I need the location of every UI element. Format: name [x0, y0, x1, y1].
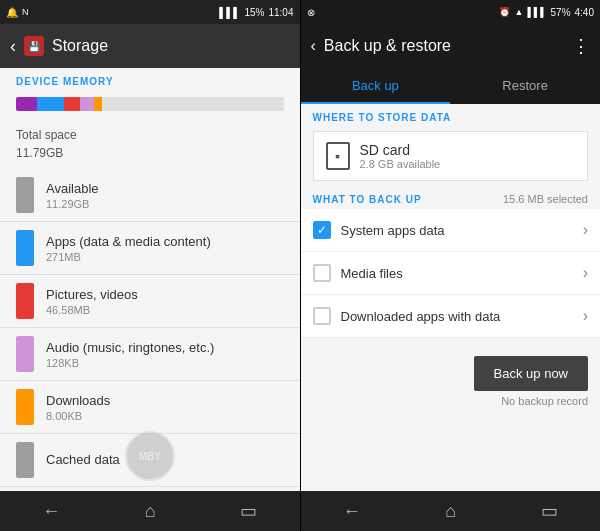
- total-space-value: 11.79GB: [16, 146, 63, 160]
- notification-icon: 🔔: [6, 7, 18, 18]
- segment-empty: [102, 97, 284, 111]
- segment-red: [64, 97, 80, 111]
- backup-option-downloaded[interactable]: Downloaded apps with data ›: [301, 295, 601, 338]
- total-space: Total space 11.79GB: [0, 121, 300, 169]
- back-nav-right[interactable]: ←: [343, 501, 361, 522]
- page-title-right: Back up & restore: [324, 37, 564, 55]
- segment-lilac: [80, 97, 93, 111]
- item-color-pictures: [16, 283, 34, 319]
- item-size-pictures: 46.58MB: [46, 304, 284, 316]
- time-right: 4:40: [575, 7, 594, 18]
- list-item: Available 11.29GB: [0, 169, 300, 222]
- segment-orange: [94, 97, 102, 111]
- option-name-downloaded: Downloaded apps with data: [341, 309, 573, 324]
- alarm-icon: ⏰: [499, 7, 510, 17]
- storage-icon: 💾: [24, 36, 44, 56]
- page-title-left: Storage: [52, 37, 108, 55]
- tab-restore[interactable]: Restore: [450, 68, 600, 104]
- what-to-backup-row: WHAT TO BACK UP 15.6 MB selected: [301, 185, 601, 209]
- recents-nav-icon[interactable]: ▭: [240, 500, 257, 522]
- what-to-backup-label: WHAT TO BACK UP: [313, 194, 422, 205]
- sd-card-name: SD card: [360, 142, 441, 158]
- home-nav-icon[interactable]: ⌂: [145, 501, 156, 522]
- sd-card-available: 2.8 GB available: [360, 158, 441, 170]
- item-color-cache: [16, 442, 34, 478]
- item-name-available: Available: [46, 181, 284, 196]
- item-size-downloads: 8.00KB: [46, 410, 284, 422]
- action-area: Back up now No backup record: [301, 348, 601, 411]
- recents-nav-right[interactable]: ▭: [541, 500, 558, 522]
- status-bar-left: 🔔 N ▌▌▌ 15% 11:04: [0, 0, 300, 24]
- chevron-downloaded[interactable]: ›: [583, 307, 588, 325]
- chevron-system[interactable]: ›: [583, 221, 588, 239]
- battery-right: 57%: [551, 7, 571, 18]
- checkbox-system[interactable]: ✓: [313, 221, 331, 239]
- back-icon[interactable]: ‹: [10, 36, 16, 57]
- left-panel: 🔔 N ▌▌▌ 15% 11:04 ‹ 💾 Storage DEVICE MEM…: [0, 0, 300, 531]
- signal-right: ▌▌▌: [527, 7, 546, 17]
- status-right-right-icons: ⏰ ▲ ▌▌▌ 57% 4:40: [499, 7, 594, 18]
- item-size-available: 11.29GB: [46, 198, 284, 210]
- sd-card-icon: ▪: [326, 142, 350, 170]
- left-status-icons: 🔔 N: [6, 7, 29, 18]
- backup-option-media[interactable]: Media files ›: [301, 252, 601, 295]
- nfc-icon: N: [22, 7, 29, 17]
- time-left: 11:04: [268, 7, 293, 18]
- right-status-icons: ▌▌▌ 15% 11:04: [219, 7, 293, 18]
- stop-icon: ⊗: [307, 7, 315, 18]
- device-memory-label: DEVICE MEMORY: [0, 68, 300, 91]
- list-item: Apps (data & media content) 271MB: [0, 222, 300, 275]
- bottom-nav-left: ← ⌂ ▭: [0, 491, 300, 531]
- item-name-downloads: Downloads: [46, 393, 284, 408]
- backup-now-button[interactable]: Back up now: [474, 356, 588, 391]
- toolbar-right: ‹ Back up & restore ⋮: [301, 24, 601, 68]
- checkbox-downloaded[interactable]: [313, 307, 331, 325]
- item-name-audio: Audio (music, ringtones, etc.): [46, 340, 284, 355]
- right-panel: ⊗ ⏰ ▲ ▌▌▌ 57% 4:40 ‹ Back up & restore ⋮…: [301, 0, 601, 531]
- sd-card-box[interactable]: ▪ SD card 2.8 GB available: [313, 131, 589, 181]
- segment-blue: [37, 97, 64, 111]
- list-item: Downloads 8.00KB: [0, 381, 300, 434]
- item-color-audio: [16, 336, 34, 372]
- item-info-pictures: Pictures, videos 46.58MB: [46, 287, 284, 316]
- item-color-downloads: [16, 389, 34, 425]
- item-info-available: Available 11.29GB: [46, 181, 284, 210]
- checkbox-media[interactable]: [313, 264, 331, 282]
- item-color-available: [16, 177, 34, 213]
- bottom-nav-right: ← ⌂ ▭: [301, 491, 601, 531]
- segment-purple: [16, 97, 37, 111]
- tabs-row: Back up Restore: [301, 68, 601, 104]
- option-name-media: Media files: [341, 266, 573, 281]
- selected-size: 15.6 MB selected: [503, 193, 588, 205]
- back-btn-right[interactable]: ‹: [311, 37, 316, 55]
- watermark: MBY: [125, 431, 175, 481]
- item-size-audio: 128KB: [46, 357, 284, 369]
- wifi-icon: ▲: [514, 7, 523, 17]
- no-record-text: No backup record: [501, 391, 588, 411]
- list-item: Audio (music, ringtones, etc.) 128KB: [0, 328, 300, 381]
- tab-backup[interactable]: Back up: [301, 68, 451, 104]
- storage-bar: [16, 97, 284, 111]
- total-space-label: Total space: [16, 128, 77, 142]
- backup-option-system[interactable]: ✓ System apps data ›: [301, 209, 601, 252]
- signal-icon: ▌▌▌: [219, 7, 240, 18]
- chevron-media[interactable]: ›: [583, 264, 588, 282]
- where-to-store-label: WHERE TO STORE DATA: [301, 104, 601, 127]
- battery-left: 15%: [244, 7, 264, 18]
- item-name-apps: Apps (data & media content): [46, 234, 284, 249]
- list-item: Pictures, videos 46.58MB: [0, 275, 300, 328]
- item-info-audio: Audio (music, ringtones, etc.) 128KB: [46, 340, 284, 369]
- status-bar-right: ⊗ ⏰ ▲ ▌▌▌ 57% 4:40: [301, 0, 601, 24]
- toolbar-left: ‹ 💾 Storage: [0, 24, 300, 68]
- item-name-pictures: Pictures, videos: [46, 287, 284, 302]
- content-right: WHERE TO STORE DATA ▪ SD card 2.8 GB ava…: [301, 104, 601, 491]
- back-nav-icon[interactable]: ←: [42, 501, 60, 522]
- more-icon[interactable]: ⋮: [572, 35, 590, 57]
- status-right-left-icons: ⊗: [307, 7, 315, 18]
- option-name-system: System apps data: [341, 223, 573, 238]
- item-info-apps: Apps (data & media content) 271MB: [46, 234, 284, 263]
- item-color-apps: [16, 230, 34, 266]
- sd-card-info: SD card 2.8 GB available: [360, 142, 441, 170]
- item-size-apps: 271MB: [46, 251, 284, 263]
- home-nav-right[interactable]: ⌂: [445, 501, 456, 522]
